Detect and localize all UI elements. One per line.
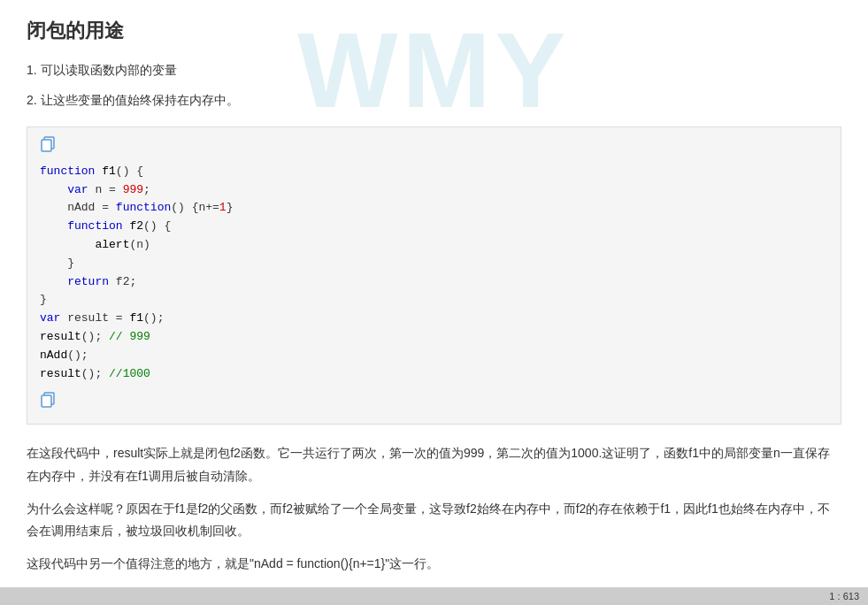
page-title: 闭包的用途 bbox=[27, 18, 841, 44]
code-content: function f1() { var n = 999; nAdd = func… bbox=[40, 163, 828, 384]
svg-rect-3 bbox=[42, 395, 51, 407]
copy-icon[interactable] bbox=[40, 136, 59, 156]
desc-3: 这段代码中另一个值得注意的地方，就是"nAdd = function(){n+=… bbox=[27, 553, 841, 575]
description-block: 在这段代码中，result实际上就是闭包f2函数。它一共运行了两次，第一次的值为… bbox=[27, 442, 841, 605]
svg-rect-1 bbox=[42, 140, 51, 151]
bottom-bar: 1 : 613 bbox=[0, 587, 868, 605]
code-block: function f1() { var n = 999; nAdd = func… bbox=[27, 126, 841, 425]
list-item-1: 1. 可以读取函数内部的变量 bbox=[27, 60, 841, 80]
desc-1: 在这段代码中，result实际上就是闭包f2函数。它一共运行了两次，第一次的值为… bbox=[27, 442, 841, 486]
cursor-position: 1 : 613 bbox=[829, 591, 859, 601]
list-item-2: 2. 让这些变量的值始终保持在内存中。 bbox=[27, 90, 841, 110]
desc-2: 为什么会这样呢？原因在于f1是f2的父函数，而f2被赋给了一个全局变量，这导致f… bbox=[27, 498, 841, 542]
copy-icon-bottom[interactable] bbox=[40, 392, 59, 411]
